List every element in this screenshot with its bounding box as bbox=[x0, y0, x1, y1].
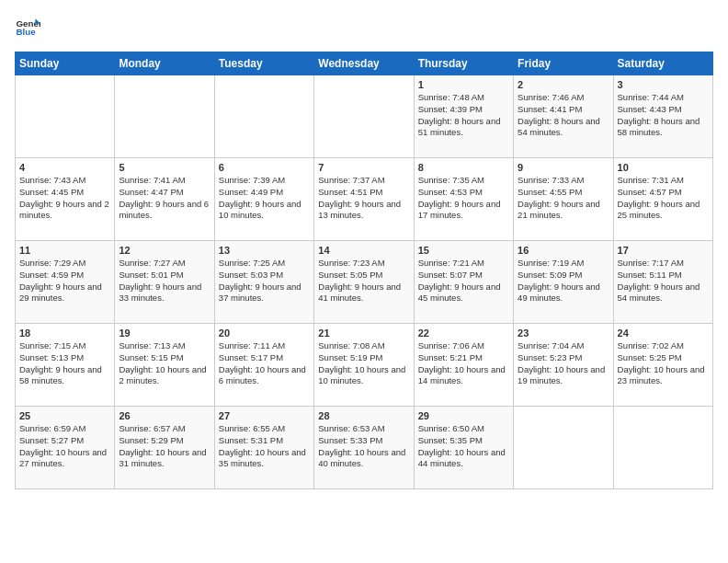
calendar-day-cell: 13Sunrise: 7:25 AM Sunset: 5:03 PM Dayli… bbox=[214, 241, 313, 324]
calendar-day-cell: 28Sunrise: 6:53 AM Sunset: 5:33 PM Dayli… bbox=[314, 407, 414, 489]
day-info: Sunrise: 7:44 AM Sunset: 4:43 PM Dayligh… bbox=[618, 92, 709, 139]
logo-icon: General Blue bbox=[15, 15, 40, 40]
day-number: 11 bbox=[19, 245, 110, 256]
day-number: 13 bbox=[219, 245, 310, 256]
calendar-day-cell: 15Sunrise: 7:21 AM Sunset: 5:07 PM Dayli… bbox=[414, 241, 513, 324]
day-number: 25 bbox=[19, 410, 110, 421]
day-info: Sunrise: 7:25 AM Sunset: 5:03 PM Dayligh… bbox=[219, 258, 310, 304]
day-number: 12 bbox=[119, 245, 210, 256]
day-info: Sunrise: 6:53 AM Sunset: 5:33 PM Dayligh… bbox=[318, 423, 409, 470]
day-info: Sunrise: 6:59 AM Sunset: 5:27 PM Dayligh… bbox=[19, 423, 110, 470]
day-info: Sunrise: 7:11 AM Sunset: 5:17 PM Dayligh… bbox=[219, 340, 310, 387]
day-number: 17 bbox=[618, 245, 709, 256]
calendar-week-row: 18Sunrise: 7:15 AM Sunset: 5:13 PM Dayli… bbox=[16, 324, 713, 407]
day-info: Sunrise: 7:02 AM Sunset: 5:25 PM Dayligh… bbox=[618, 340, 709, 387]
day-number: 2 bbox=[518, 79, 609, 90]
day-info: Sunrise: 7:37 AM Sunset: 4:51 PM Dayligh… bbox=[318, 175, 409, 222]
day-info: Sunrise: 7:35 AM Sunset: 4:53 PM Dayligh… bbox=[418, 175, 509, 222]
day-number: 1 bbox=[418, 79, 509, 90]
day-info: Sunrise: 7:41 AM Sunset: 4:47 PM Dayligh… bbox=[119, 175, 210, 222]
calendar-day-cell: 10Sunrise: 7:31 AM Sunset: 4:57 PM Dayli… bbox=[613, 158, 712, 241]
day-number: 28 bbox=[318, 410, 409, 421]
calendar-day-cell: 7Sunrise: 7:37 AM Sunset: 4:51 PM Daylig… bbox=[314, 158, 414, 241]
day-number: 3 bbox=[618, 79, 709, 90]
calendar-table: SundayMondayTuesdayWednesdayThursdayFrid… bbox=[15, 52, 713, 489]
calendar-day-cell: 3Sunrise: 7:44 AM Sunset: 4:43 PM Daylig… bbox=[613, 75, 712, 158]
calendar-day-cell: 11Sunrise: 7:29 AM Sunset: 4:59 PM Dayli… bbox=[16, 241, 115, 324]
calendar-day-cell: 21Sunrise: 7:08 AM Sunset: 5:19 PM Dayli… bbox=[314, 324, 414, 407]
weekday-header-row: SundayMondayTuesdayWednesdayThursdayFrid… bbox=[16, 52, 713, 75]
calendar-day-cell: 5Sunrise: 7:41 AM Sunset: 4:47 PM Daylig… bbox=[115, 158, 214, 241]
day-info: Sunrise: 7:04 AM Sunset: 5:23 PM Dayligh… bbox=[518, 340, 609, 387]
calendar-day-cell: 1Sunrise: 7:48 AM Sunset: 4:39 PM Daylig… bbox=[414, 75, 513, 158]
calendar-day-cell bbox=[314, 75, 414, 158]
calendar-body: 1Sunrise: 7:48 AM Sunset: 4:39 PM Daylig… bbox=[16, 75, 713, 489]
day-number: 20 bbox=[219, 327, 310, 339]
day-info: Sunrise: 6:55 AM Sunset: 5:31 PM Dayligh… bbox=[219, 423, 310, 470]
calendar-day-cell: 23Sunrise: 7:04 AM Sunset: 5:23 PM Dayli… bbox=[514, 324, 613, 407]
calendar-week-row: 11Sunrise: 7:29 AM Sunset: 4:59 PM Dayli… bbox=[16, 241, 713, 324]
svg-text:Blue: Blue bbox=[16, 27, 36, 37]
day-info: Sunrise: 6:57 AM Sunset: 5:29 PM Dayligh… bbox=[119, 423, 210, 470]
calendar-day-cell bbox=[214, 75, 313, 158]
calendar-day-cell: 14Sunrise: 7:23 AM Sunset: 5:05 PM Dayli… bbox=[314, 241, 414, 324]
logo: General Blue bbox=[15, 15, 44, 40]
calendar-day-cell: 25Sunrise: 6:59 AM Sunset: 5:27 PM Dayli… bbox=[16, 407, 115, 489]
calendar-day-cell: 17Sunrise: 7:17 AM Sunset: 5:11 PM Dayli… bbox=[613, 241, 712, 324]
day-number: 6 bbox=[219, 162, 310, 173]
weekday-header-cell: Tuesday bbox=[214, 52, 313, 75]
calendar-week-row: 1Sunrise: 7:48 AM Sunset: 4:39 PM Daylig… bbox=[16, 75, 713, 158]
day-info: Sunrise: 7:31 AM Sunset: 4:57 PM Dayligh… bbox=[618, 175, 709, 222]
weekday-header-cell: Saturday bbox=[613, 52, 712, 75]
day-info: Sunrise: 6:50 AM Sunset: 5:35 PM Dayligh… bbox=[418, 423, 509, 470]
page-header: General Blue bbox=[15, 15, 713, 40]
day-info: Sunrise: 7:33 AM Sunset: 4:55 PM Dayligh… bbox=[518, 175, 609, 222]
calendar-day-cell: 27Sunrise: 6:55 AM Sunset: 5:31 PM Dayli… bbox=[214, 407, 313, 489]
day-number: 16 bbox=[518, 245, 609, 256]
weekday-header-cell: Sunday bbox=[16, 52, 115, 75]
calendar-day-cell bbox=[613, 407, 712, 489]
day-info: Sunrise: 7:27 AM Sunset: 5:01 PM Dayligh… bbox=[119, 258, 210, 304]
day-number: 10 bbox=[618, 162, 709, 173]
day-number: 14 bbox=[318, 245, 409, 256]
day-number: 5 bbox=[119, 162, 210, 173]
day-info: Sunrise: 7:19 AM Sunset: 5:09 PM Dayligh… bbox=[518, 258, 609, 304]
weekday-header-cell: Thursday bbox=[414, 52, 513, 75]
day-info: Sunrise: 7:29 AM Sunset: 4:59 PM Dayligh… bbox=[19, 258, 110, 304]
day-info: Sunrise: 7:46 AM Sunset: 4:41 PM Dayligh… bbox=[518, 92, 609, 139]
day-number: 24 bbox=[618, 327, 709, 339]
day-info: Sunrise: 7:39 AM Sunset: 4:49 PM Dayligh… bbox=[219, 175, 310, 222]
day-info: Sunrise: 7:21 AM Sunset: 5:07 PM Dayligh… bbox=[418, 258, 509, 304]
day-info: Sunrise: 7:06 AM Sunset: 5:21 PM Dayligh… bbox=[418, 340, 509, 387]
day-number: 27 bbox=[219, 410, 310, 421]
day-info: Sunrise: 7:15 AM Sunset: 5:13 PM Dayligh… bbox=[19, 340, 110, 387]
weekday-header-cell: Monday bbox=[115, 52, 214, 75]
day-info: Sunrise: 7:08 AM Sunset: 5:19 PM Dayligh… bbox=[318, 340, 409, 387]
calendar-day-cell: 29Sunrise: 6:50 AM Sunset: 5:35 PM Dayli… bbox=[414, 407, 513, 489]
day-number: 18 bbox=[19, 327, 110, 339]
day-number: 19 bbox=[119, 327, 210, 339]
day-number: 15 bbox=[418, 245, 509, 256]
day-number: 29 bbox=[418, 410, 509, 421]
day-info: Sunrise: 7:23 AM Sunset: 5:05 PM Dayligh… bbox=[318, 258, 409, 304]
day-number: 9 bbox=[518, 162, 609, 173]
day-info: Sunrise: 7:48 AM Sunset: 4:39 PM Dayligh… bbox=[418, 92, 509, 139]
calendar-day-cell: 22Sunrise: 7:06 AM Sunset: 5:21 PM Dayli… bbox=[414, 324, 513, 407]
day-info: Sunrise: 7:13 AM Sunset: 5:15 PM Dayligh… bbox=[119, 340, 210, 387]
calendar-day-cell: 4Sunrise: 7:43 AM Sunset: 4:45 PM Daylig… bbox=[16, 158, 115, 241]
calendar-day-cell: 6Sunrise: 7:39 AM Sunset: 4:49 PM Daylig… bbox=[214, 158, 313, 241]
calendar-day-cell bbox=[115, 75, 214, 158]
calendar-day-cell: 20Sunrise: 7:11 AM Sunset: 5:17 PM Dayli… bbox=[214, 324, 313, 407]
calendar-week-row: 4Sunrise: 7:43 AM Sunset: 4:45 PM Daylig… bbox=[16, 158, 713, 241]
weekday-header-cell: Friday bbox=[514, 52, 613, 75]
calendar-day-cell: 19Sunrise: 7:13 AM Sunset: 5:15 PM Dayli… bbox=[115, 324, 214, 407]
day-number: 8 bbox=[418, 162, 509, 173]
calendar-week-row: 25Sunrise: 6:59 AM Sunset: 5:27 PM Dayli… bbox=[16, 407, 713, 489]
day-info: Sunrise: 7:43 AM Sunset: 4:45 PM Dayligh… bbox=[19, 175, 110, 222]
day-number: 23 bbox=[518, 327, 609, 339]
calendar-day-cell: 18Sunrise: 7:15 AM Sunset: 5:13 PM Dayli… bbox=[16, 324, 115, 407]
day-number: 4 bbox=[19, 162, 110, 173]
calendar-day-cell bbox=[16, 75, 115, 158]
day-number: 22 bbox=[418, 327, 509, 339]
calendar-day-cell: 16Sunrise: 7:19 AM Sunset: 5:09 PM Dayli… bbox=[514, 241, 613, 324]
